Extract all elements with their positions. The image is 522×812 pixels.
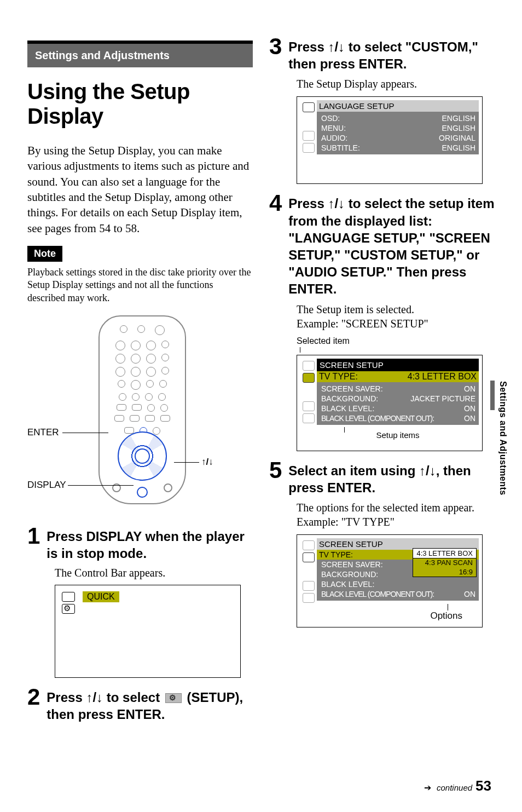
- footer: continued 53: [424, 778, 491, 794]
- display-label: DISPLAY: [27, 480, 66, 491]
- left-column: Settings and Adjustments Using the Setup…: [27, 35, 253, 723]
- osd-title: SCREEN SETUP: [317, 359, 479, 371]
- step-1: 1 Press DISPLAY when the player is in st…: [27, 525, 253, 562]
- step-title: Press ↑/↓ to select the setup item from …: [288, 192, 495, 297]
- step-title: Press DISPLAY when the player is in stop…: [47, 525, 253, 562]
- remote-illustration: ENTER DISPLAY ↑/↓: [27, 315, 253, 518]
- page-number: 53: [475, 778, 491, 794]
- step-5-sub: The options for the selected item appear…: [297, 500, 495, 529]
- quick-label: QUICK: [83, 591, 119, 602]
- step-3-sub: The Setup Display appears.: [297, 77, 495, 91]
- step-title: Select an item using ↑/↓, then press ENT…: [288, 459, 495, 496]
- osd-title: LANGUAGE SETUP: [317, 100, 479, 112]
- step-number: 2: [27, 686, 40, 723]
- continued-arrow-icon: [424, 782, 433, 793]
- remote-body: [98, 315, 186, 504]
- osd-language-setup: LANGUAGE SETUP OSD:ENGLISH MENU:ENGLISH …: [297, 96, 483, 184]
- tools-icon: [62, 592, 75, 602]
- enter-label: ENTER: [27, 427, 59, 438]
- step-title: Press ↑/↓ to select (SETUP), then press …: [47, 686, 253, 723]
- main-title: Using the Setup Display: [27, 79, 253, 129]
- options-popup: 4:3 LETTER BOX 4:3 PAN SCAN 16:9: [413, 548, 477, 577]
- dpad: [118, 431, 167, 481]
- intro-paragraph: By using the Setup Display, you can make…: [27, 143, 253, 236]
- osd-screen-setup: SCREEN SETUP TV TYPE:4:3 LETTER BOX SCRE…: [297, 355, 483, 451]
- setup-icon: [165, 693, 182, 703]
- setup-items-callout: Setup items: [376, 430, 419, 440]
- gear-icon: [62, 604, 75, 614]
- step-number: 3: [269, 35, 282, 72]
- note-body: Playback settings stored in the disc tak…: [27, 266, 253, 304]
- display-button-icon: [137, 487, 148, 498]
- right-column: 3 Press ↑/↓ to select "CUSTOM," then pre…: [269, 35, 495, 723]
- options-callout: Options: [430, 611, 462, 621]
- step-title: Press ↑/↓ to select "CUSTOM," then press…: [288, 35, 495, 72]
- osd-panel: OSD:ENGLISH MENU:ENGLISH AUDIO:ORIGINAL …: [317, 112, 479, 154]
- step-4-sub: The Setup item is selected. Example: "SC…: [297, 302, 495, 331]
- step-4: 4 Press ↑/↓ to select the setup item fro…: [269, 192, 495, 297]
- step-2: 2 Press ↑/↓ to select (SETUP), then pres…: [27, 686, 253, 723]
- note-chip: Note: [27, 246, 62, 262]
- page: Settings and Adjustments Using the Setup…: [0, 0, 522, 812]
- step-number: 1: [27, 525, 40, 562]
- section-band: Settings and Adjustments: [27, 41, 253, 67]
- step-number: 5: [269, 459, 282, 496]
- osd-quick: QUICK: [55, 585, 241, 678]
- step-number: 4: [269, 192, 282, 297]
- highlighted-row: TV TYPE:4:3 LETTER BOX: [317, 371, 479, 382]
- osd-panel: SCREEN SAVER:ON BACKGROUND:JACKET PICTUR…: [317, 382, 479, 425]
- step-1-sub: The Control Bar appears.: [55, 567, 253, 579]
- osd-tv-type: SCREEN SETUP TV TYPE:4:3 LETTER BOX SCRE…: [297, 534, 483, 627]
- side-tab-mark: [490, 381, 495, 410]
- step-5: 5 Select an item using ↑/↓, then press E…: [269, 459, 495, 496]
- selected-item-callout: Selected item: [297, 336, 495, 346]
- arrows-label: ↑/↓: [201, 457, 213, 468]
- step-3: 3 Press ↑/↓ to select "CUSTOM," then pre…: [269, 35, 495, 72]
- continued-label: continued: [437, 783, 472, 792]
- side-tab: Settings and Adjustments: [498, 381, 508, 496]
